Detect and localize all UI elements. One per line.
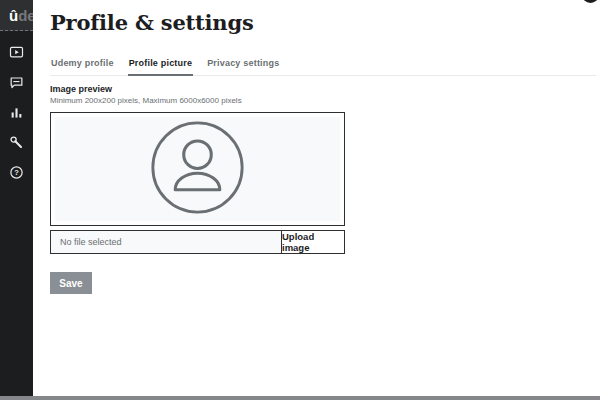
sidebar-item-resources[interactable]: ?: [0, 157, 33, 187]
help-icon: ?: [9, 165, 24, 180]
tab-profile-picture[interactable]: Profile picture: [128, 52, 194, 76]
save-button[interactable]: Save: [50, 272, 92, 294]
sidebar-item-tools[interactable]: [0, 127, 33, 157]
bar-chart-icon: [9, 105, 24, 120]
file-upload-row: No file selected Upload image: [50, 230, 345, 254]
udemy-logo-text: û: [9, 7, 18, 24]
sidebar-item-communication[interactable]: [0, 67, 33, 97]
tab-privacy-settings[interactable]: Privacy settings: [206, 52, 280, 76]
svg-text:?: ?: [14, 168, 19, 177]
avatar[interactable]: [582, 0, 599, 3]
video-icon: [9, 45, 24, 60]
image-size-hint: Minimum 200x200 pixels, Maximum 6000x600…: [50, 96, 242, 105]
sidebar-item-courses[interactable]: [0, 37, 33, 67]
instructor-sidebar: ûde: [0, 0, 33, 400]
avatar-placeholder-icon: [150, 120, 245, 219]
sidebar-item-performance[interactable]: [0, 97, 33, 127]
sidebar-nav: ?: [0, 31, 33, 187]
image-preview-box: [50, 112, 345, 226]
tab-udemy-profile[interactable]: Udemy profile: [50, 52, 115, 76]
profile-settings-page: Profile & settings Udemy profile Profile…: [33, 0, 600, 400]
image-preview-area: [55, 117, 340, 221]
settings-tabs: Udemy profile Profile picture Privacy se…: [50, 52, 596, 76]
chat-icon: [9, 75, 24, 90]
wrench-icon: [9, 135, 24, 150]
image-preview-label: Image preview: [50, 84, 112, 94]
file-input[interactable]: No file selected: [51, 231, 281, 253]
footer-bar: [0, 396, 600, 400]
udemy-logo[interactable]: ûde: [0, 0, 33, 31]
page-title: Profile & settings: [50, 10, 254, 35]
upload-image-button[interactable]: Upload image: [281, 231, 344, 253]
